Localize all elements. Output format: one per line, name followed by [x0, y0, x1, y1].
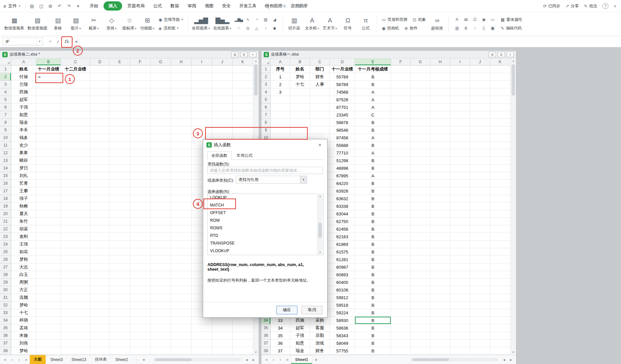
minimize-button[interactable]: ⊟	[231, 52, 239, 57]
cell-D11[interactable]	[90, 142, 110, 149]
cell-F24[interactable]	[130, 241, 151, 248]
cell-H8[interactable]	[171, 119, 192, 126]
cell-I27[interactable]	[450, 263, 470, 271]
cell-J7[interactable]	[470, 111, 490, 119]
row-header-4[interactable]: 4	[0, 88, 11, 96]
cell-G9[interactable]	[411, 126, 430, 134]
cell-E19[interactable]: B	[355, 203, 391, 210]
row-header-11[interactable]: 11	[0, 142, 11, 149]
cell-I31[interactable]	[450, 294, 470, 301]
col-header-F[interactable]: F	[391, 59, 411, 66]
cell-F31[interactable]	[130, 294, 151, 301]
scroll-up-icon[interactable]: ▲	[253, 59, 259, 64]
cell-B22[interactable]	[36, 225, 61, 233]
cell-H16[interactable]	[171, 180, 192, 187]
cell-K31[interactable]	[490, 294, 510, 301]
icon-library-button[interactable]: ☆图标库▾	[120, 13, 138, 35]
cell-H4[interactable]	[171, 88, 192, 96]
cell-A38[interactable]: 梦哈	[11, 347, 36, 355]
cell-E22[interactable]	[110, 225, 130, 233]
cell-A3[interactable]: 兰陵	[11, 81, 36, 88]
cell-I18[interactable]	[450, 195, 470, 203]
cell-C19[interactable]	[61, 203, 90, 210]
cell-G38[interactable]	[151, 347, 171, 355]
cell-H16[interactable]	[430, 180, 450, 187]
cell-K1[interactable]	[233, 66, 253, 73]
row-header-8[interactable]: 8	[0, 119, 11, 126]
cell-D10[interactable]: 87456	[330, 134, 355, 142]
cell-J27[interactable]	[470, 263, 490, 271]
cell-A9[interactable]	[271, 126, 290, 134]
restore-button[interactable]: ⊡	[498, 52, 505, 57]
cell-E36[interactable]	[110, 332, 130, 340]
cell-H21[interactable]	[430, 218, 450, 225]
cell-K23[interactable]	[490, 233, 510, 241]
cell-A29[interactable]: 周粥	[11, 279, 36, 286]
cell-F11[interactable]	[130, 142, 151, 149]
cell-F36[interactable]	[130, 332, 151, 340]
close-button[interactable]: ×	[507, 52, 514, 57]
cell-I5[interactable]	[192, 96, 212, 104]
cell-G19[interactable]	[411, 203, 430, 210]
cell-B3[interactable]	[36, 81, 61, 88]
cell-F11[interactable]	[391, 142, 411, 149]
list-control-icon[interactable]: ≣	[462, 24, 470, 32]
cell-F3[interactable]	[391, 81, 411, 88]
cell-G21[interactable]	[411, 218, 430, 225]
cell-C35[interactable]: 客服	[310, 324, 330, 332]
cell-I37[interactable]	[192, 340, 212, 347]
function-item-ROW[interactable]: ROW	[208, 217, 323, 224]
cell-A7[interactable]	[271, 111, 290, 119]
cell-H23[interactable]	[430, 233, 450, 241]
scatter-chart-icon[interactable]: ∷	[235, 24, 243, 32]
cell-G5[interactable]	[151, 96, 171, 104]
cell-B32[interactable]	[36, 301, 61, 309]
row-header-6[interactable]: 6	[261, 104, 271, 111]
cell-A20[interactable]: 夏天	[11, 210, 36, 218]
cell-J37[interactable]	[470, 340, 490, 347]
col-header-D[interactable]: D	[90, 59, 110, 66]
cell-B14[interactable]	[36, 164, 61, 172]
cell-C2[interactable]: 财务	[310, 73, 330, 81]
cell-H26[interactable]	[430, 256, 450, 263]
row-header-12[interactable]: 12	[0, 149, 11, 157]
cell-D20[interactable]	[90, 210, 110, 218]
cell-D26[interactable]: 61281	[330, 256, 355, 263]
cell-I9[interactable]	[192, 126, 212, 134]
cell-E5[interactable]	[110, 96, 130, 104]
cell-E2[interactable]: B	[355, 73, 391, 81]
cell-E6[interactable]: A	[355, 104, 391, 111]
cell-K7[interactable]	[233, 111, 253, 119]
cell-E11[interactable]	[110, 142, 130, 149]
row-header-5[interactable]: 5	[261, 96, 271, 104]
cell-F22[interactable]	[130, 225, 151, 233]
cell-C30[interactable]	[61, 286, 90, 294]
cell-J26[interactable]	[470, 256, 490, 263]
horizontal-scrollbar-thumb[interactable]	[155, 358, 192, 361]
cell-A8[interactable]	[271, 119, 290, 126]
tab-common-formulas[interactable]: 常用公式	[232, 151, 257, 159]
cell-E10[interactable]	[110, 134, 130, 142]
row-header-1[interactable]: 1	[261, 66, 271, 73]
cell-B8[interactable]	[36, 119, 61, 126]
cell-H24[interactable]	[430, 241, 450, 248]
cell-I14[interactable]	[450, 164, 470, 172]
select-all-corner[interactable]	[261, 59, 271, 66]
cell-G22[interactable]	[411, 225, 430, 233]
cell-E30[interactable]	[110, 286, 130, 294]
cell-H27[interactable]	[171, 263, 192, 271]
cell-J25[interactable]	[470, 248, 490, 256]
cell-F14[interactable]	[391, 164, 411, 172]
cell-D1[interactable]	[90, 66, 110, 73]
cell-J28[interactable]	[470, 271, 490, 279]
cell-D15[interactable]	[90, 172, 110, 180]
cell-D25[interactable]	[90, 248, 110, 256]
cell-H18[interactable]	[430, 195, 450, 203]
cell-A31[interactable]: 连翘	[11, 294, 36, 301]
cell-G32[interactable]	[151, 301, 171, 309]
cell-A11[interactable]: 史少	[11, 142, 36, 149]
cell-J15[interactable]	[470, 172, 490, 180]
tab-all-functions[interactable]: 全部函数	[207, 151, 232, 160]
cell-H31[interactable]	[430, 294, 450, 301]
cell-F14[interactable]	[130, 164, 151, 172]
